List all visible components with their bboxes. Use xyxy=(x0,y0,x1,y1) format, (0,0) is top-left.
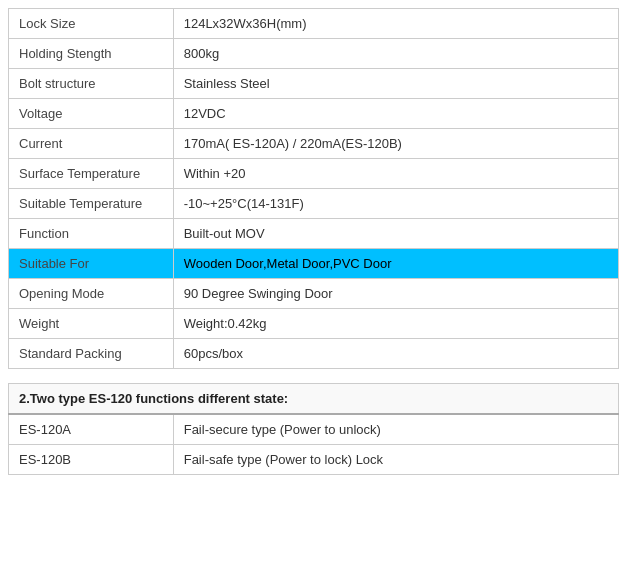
table-row: Current170mA( ES-120A) / 220mA(ES-120B) xyxy=(9,129,619,159)
row-value: Stainless Steel xyxy=(173,69,618,99)
table-row: Bolt structureStainless Steel xyxy=(9,69,619,99)
table-row: Lock Size124Lx32Wx36H(mm) xyxy=(9,9,619,39)
sub-table-header: 2.Two type ES-120 functions different st… xyxy=(9,384,619,415)
row-label: Current xyxy=(9,129,174,159)
row-value: Built-out MOV xyxy=(173,219,618,249)
row-label: Surface Temperature xyxy=(9,159,174,189)
row-value: 12VDC xyxy=(173,99,618,129)
row-label: Suitable Temperature xyxy=(9,189,174,219)
row-value: 60pcs/box xyxy=(173,339,618,369)
row-label: ES-120A xyxy=(9,414,174,445)
row-value: 170mA( ES-120A) / 220mA(ES-120B) xyxy=(173,129,618,159)
row-value: Weight:0.42kg xyxy=(173,309,618,339)
row-label: Bolt structure xyxy=(9,69,174,99)
row-value: 800kg xyxy=(173,39,618,69)
row-label: Weight xyxy=(9,309,174,339)
table-row: Holding Stength800kg xyxy=(9,39,619,69)
row-value: 124Lx32Wx36H(mm) xyxy=(173,9,618,39)
table-row: WeightWeight:0.42kg xyxy=(9,309,619,339)
row-value: Within +20 xyxy=(173,159,618,189)
row-value: Wooden Door,Metal Door,PVC Door xyxy=(173,249,618,279)
table-row: Surface TemperatureWithin +20 xyxy=(9,159,619,189)
row-label: Function xyxy=(9,219,174,249)
sub-table: 2.Two type ES-120 functions different st… xyxy=(8,383,619,475)
row-value: Fail-secure type (Power to unlock) xyxy=(173,414,618,445)
row-label: Holding Stength xyxy=(9,39,174,69)
row-label: Standard Packing xyxy=(9,339,174,369)
table-row: Opening Mode90 Degree Swinging Door xyxy=(9,279,619,309)
row-value: Fail-safe type (Power to lock) Lock xyxy=(173,445,618,475)
row-label: ES-120B xyxy=(9,445,174,475)
row-label: Lock Size xyxy=(9,9,174,39)
table-row: ES-120BFail-safe type (Power to lock) Lo… xyxy=(9,445,619,475)
row-label: Opening Mode xyxy=(9,279,174,309)
row-label: Voltage xyxy=(9,99,174,129)
row-value: -10~+25°C(14-131F) xyxy=(173,189,618,219)
table-row: Standard Packing60pcs/box xyxy=(9,339,619,369)
table-row: FunctionBuilt-out MOV xyxy=(9,219,619,249)
row-value: 90 Degree Swinging Door xyxy=(173,279,618,309)
spec-table: Lock Size124Lx32Wx36H(mm)Holding Stength… xyxy=(8,8,619,369)
table-row: ES-120AFail-secure type (Power to unlock… xyxy=(9,414,619,445)
table-row: Voltage12VDC xyxy=(9,99,619,129)
row-label: Suitable For xyxy=(9,249,174,279)
table-row: Suitable Temperature-10~+25°C(14-131F) xyxy=(9,189,619,219)
table-row: Suitable ForWooden Door,Metal Door,PVC D… xyxy=(9,249,619,279)
